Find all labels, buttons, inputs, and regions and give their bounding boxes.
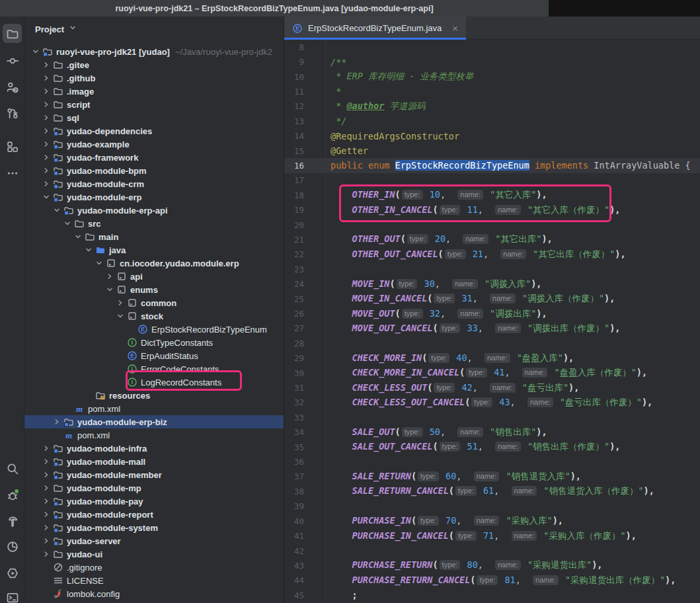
tree-item-pom.xml[interactable]: mpom.xml: [24, 428, 284, 442]
code-line-40[interactable]: 40 PURCHASE_IN(type: 70, name: "采购入库"),: [284, 514, 700, 528]
line-number-44[interactable]: 44: [284, 575, 304, 585]
tab-erpstockrecordbiztypeenum[interactable]: E ErpStockRecordBizTypeEnum.java ×: [284, 17, 466, 40]
terminal-icon[interactable]: [3, 588, 22, 603]
line-number-33[interactable]: 33: [284, 413, 304, 422]
tree-item-yudao-framework[interactable]: yudao-framework: [24, 151, 284, 164]
code-line-31[interactable]: 31 CHECK_LESS_OUT(type: 42, name: "盘亏出库"…: [284, 380, 700, 395]
line-number-23[interactable]: 23: [284, 264, 304, 274]
chevron-right-icon[interactable]: [40, 152, 52, 163]
line-number-15[interactable]: 15: [284, 146, 304, 156]
line-number-10[interactable]: 10: [284, 72, 304, 82]
code-line-26[interactable]: 26 MOVE_OUT(type: 32, name: "调拨出库"),: [284, 306, 700, 321]
chevron-down-icon[interactable]: [40, 192, 52, 202]
chevron-down-icon[interactable]: [93, 258, 105, 268]
chevron-down-icon[interactable]: [104, 284, 116, 295]
profiler-icon[interactable]: [3, 537, 22, 556]
chevron-right-icon[interactable]: [40, 60, 52, 70]
tree-item-yudao-module-report[interactable]: yudao-module-report: [24, 508, 284, 521]
line-number-8[interactable]: 8: [284, 42, 304, 52]
tree-item-stock[interactable]: stock: [24, 309, 284, 323]
tree-item-yudao-module-crm[interactable]: yudao-module-crm: [24, 177, 284, 190]
more-icon[interactable]: [3, 163, 22, 182]
code-line-14[interactable]: 14@RequiredArgsConstructor: [284, 128, 700, 143]
line-number-27[interactable]: 27: [284, 323, 304, 333]
tree-item-java[interactable]: java: [24, 243, 284, 257]
code-editor[interactable]: 89/**10 * ERP 库存明细 - 业务类型枚举11 *12 * @aut…: [284, 40, 700, 603]
code-line-27[interactable]: 27 MOVE_OUT_CANCEL(type: 33, name: "调拨出库…: [284, 321, 700, 336]
chevron-down-icon[interactable]: [72, 231, 84, 242]
debug-icon[interactable]: [3, 485, 22, 504]
tree-item-pom.xml[interactable]: mpom.xml: [24, 402, 284, 415]
code-line-17[interactable]: 17: [284, 173, 700, 188]
chevron-right-icon[interactable]: [40, 456, 52, 467]
code-line-8[interactable]: 8: [284, 40, 700, 54]
project-icon[interactable]: [3, 24, 22, 43]
chevron-right-icon[interactable]: [114, 298, 126, 308]
tree-item-yudao-module-member[interactable]: yudao-module-member: [24, 468, 284, 481]
line-number-29[interactable]: 29: [284, 353, 304, 363]
line-number-18[interactable]: 18: [284, 190, 304, 200]
line-number-21[interactable]: 21: [284, 235, 304, 245]
line-number-37[interactable]: 37: [284, 471, 304, 481]
chevron-right-icon[interactable]: [40, 165, 52, 176]
tab-close-icon[interactable]: ×: [452, 23, 458, 33]
tree-item-yudao-example[interactable]: yudao-example: [24, 138, 284, 151]
code-line-44[interactable]: 44 PURCHASE_RETURN_CANCEL(type: 81, name…: [284, 573, 700, 588]
chevron-right-icon[interactable]: [40, 112, 52, 123]
chevron-down-icon[interactable]: [83, 245, 95, 255]
tree-item-.gitee[interactable]: .gitee: [24, 58, 284, 71]
chevron-right-icon[interactable]: [40, 509, 52, 520]
tree-item-main[interactable]: main: [24, 230, 284, 243]
tree-item-.github[interactable]: .github: [24, 71, 284, 85]
line-number-45[interactable]: 45: [284, 590, 304, 600]
search-icon[interactable]: [3, 459, 22, 478]
line-number-41[interactable]: 41: [284, 531, 304, 541]
chevron-right-icon[interactable]: [40, 536, 52, 546]
tree-item-erpauditstatus[interactable]: EErpAuditStatus: [24, 349, 284, 362]
tree-item-erpstockrecordbiztypeenum[interactable]: EErpStockRecordBizTypeEnum: [24, 323, 284, 336]
code-line-34[interactable]: 34 SALE_OUT(type: 50, name: "销售出库"),: [284, 425, 700, 440]
tree-item-yudao-module-erp-api[interactable]: yudao-module-erp-api: [24, 204, 284, 217]
chevron-right-icon[interactable]: [40, 469, 52, 480]
tree-item-ruoyi-vue-pro-jdk21-yudao-[interactable]: ruoyi-vue-pro-jdk21 [yudao]~/Java/ruoyi-…: [24, 45, 284, 58]
tree-item-yudao-module-erp-biz[interactable]: yudao-module-erp-biz: [24, 415, 284, 428]
line-number-43[interactable]: 43: [284, 561, 304, 571]
line-number-13[interactable]: 13: [284, 116, 304, 126]
tree-item-cn.iocoder.yudao.module.erp[interactable]: cn.iocoder.yudao.module.erp: [24, 257, 284, 270]
code-line-29[interactable]: 29 CHECK_MORE_IN(type: 40, name: "盘盈入库")…: [284, 351, 700, 366]
code-line-19[interactable]: 19 OTHER_IN_CANCEL(type: 11, name: "其它入库…: [284, 202, 700, 217]
code-line-15[interactable]: 15@Getter: [284, 143, 700, 158]
line-number-9[interactable]: 9: [284, 57, 304, 67]
code-line-16[interactable]: 16public enum ErpStockRecordBizTypeEnum …: [284, 158, 700, 173]
chevron-right-icon[interactable]: [51, 417, 63, 427]
chevron-down-icon[interactable]: [61, 218, 73, 229]
chevron-down-icon[interactable]: [114, 311, 126, 321]
tree-item-yudao-module-mp[interactable]: yudao-module-mp: [24, 481, 284, 495]
tree-item-resources[interactable]: resources: [24, 389, 284, 402]
chevron-right-icon[interactable]: [40, 522, 52, 533]
chevron-right-icon[interactable]: [40, 549, 52, 559]
line-number-28[interactable]: 28: [284, 339, 304, 348]
code-line-25[interactable]: 25 MOVE_IN_CANCEL(type: 31, name: "调拨入库（…: [284, 292, 700, 306]
line-number-19[interactable]: 19: [284, 205, 304, 215]
chevron-right-icon[interactable]: [104, 271, 116, 282]
tree-item-.gitignore[interactable]: .gitignore: [24, 561, 284, 574]
chevron-down-icon[interactable]: [30, 46, 42, 57]
tree-item-yudao-module-mall[interactable]: yudao-module-mall: [24, 455, 284, 468]
tree-item-errorcodeconstants[interactable]: IErrorCodeConstants: [24, 362, 284, 376]
code-line-33[interactable]: 33: [284, 410, 700, 424]
code-line-20[interactable]: 20: [284, 218, 700, 232]
line-number-12[interactable]: 12: [284, 101, 304, 111]
tree-item-api[interactable]: api: [24, 270, 284, 283]
chevron-right-icon[interactable]: [40, 496, 52, 506]
line-number-22[interactable]: 22: [284, 249, 304, 259]
line-number-42[interactable]: 42: [284, 546, 304, 556]
code-line-9[interactable]: 9/**: [284, 54, 700, 69]
tree-item-yudao-module-bpm[interactable]: yudao-module-bpm: [24, 164, 284, 177]
tree-item-logrecordconstants[interactable]: ILogRecordConstants: [24, 376, 284, 389]
code-line-42[interactable]: 42: [284, 543, 700, 558]
chevron-right-icon[interactable]: [40, 179, 52, 189]
tree-item-dicttypeconstants[interactable]: IDictTypeConstants: [24, 336, 284, 349]
line-number-34[interactable]: 34: [284, 427, 304, 437]
code-line-10[interactable]: 10 * ERP 库存明细 - 业务类型枚举: [284, 69, 700, 84]
